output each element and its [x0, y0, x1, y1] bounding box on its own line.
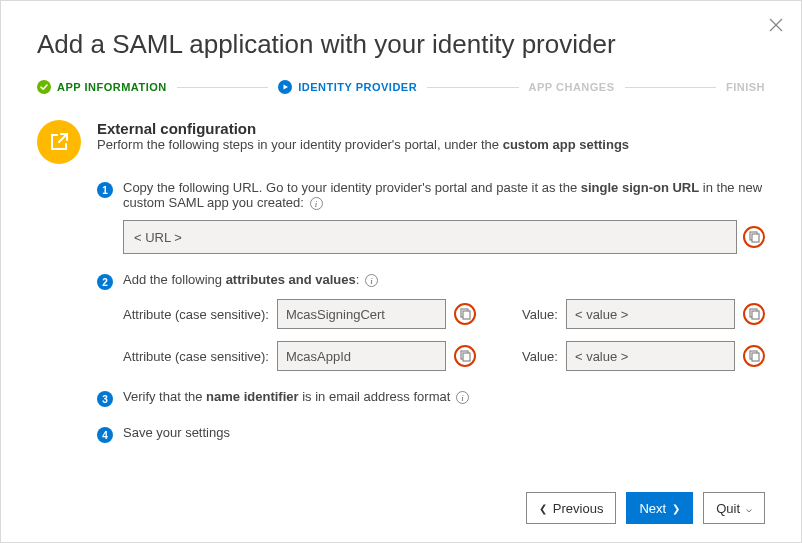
attributes-grid: Attribute (case sensitive): Value: Attri…: [123, 299, 765, 371]
step-app-changes: APP CHANGES: [529, 81, 615, 93]
chevron-down-icon: ⌵: [746, 503, 752, 514]
stepper-line: [625, 87, 716, 88]
value-label: Value:: [522, 307, 558, 322]
svg-rect-11: [752, 311, 759, 319]
step-app-information[interactable]: APP INFORMATION: [37, 80, 167, 94]
info-icon[interactable]: i: [456, 391, 469, 404]
copy-icon: [748, 350, 760, 362]
step-label: IDENTITY PROVIDER: [298, 81, 417, 93]
close-button[interactable]: [769, 15, 783, 35]
attribute-label: Attribute (case sensitive):: [123, 349, 269, 364]
section-heading: External configuration: [97, 120, 629, 137]
svg-line-5: [59, 134, 67, 142]
wizard-stepper: APP INFORMATION IDENTITY PROVIDER APP CH…: [37, 80, 765, 94]
step-identity-provider[interactable]: IDENTITY PROVIDER: [278, 80, 417, 94]
svg-rect-13: [463, 353, 470, 361]
step-number-badge: 2: [97, 274, 113, 290]
attribute-name-field[interactable]: [277, 341, 446, 371]
chevron-left-icon: ❮: [539, 503, 547, 514]
external-link-icon: [37, 120, 81, 164]
next-button[interactable]: Next ❯: [626, 492, 693, 524]
instruction-step-3: 3 Verify that the name identifier is in …: [97, 389, 765, 407]
external-config-header: External configuration Perform the follo…: [37, 120, 765, 164]
info-icon[interactable]: i: [365, 274, 378, 287]
copy-icon: [748, 308, 760, 320]
svg-rect-7: [752, 234, 759, 242]
stepper-line: [427, 87, 518, 88]
saml-wizard-dialog: Add a SAML application with your identit…: [0, 0, 802, 543]
step-label: APP INFORMATION: [57, 81, 167, 93]
attribute-value-field[interactable]: [566, 341, 735, 371]
previous-button[interactable]: ❮ Previous: [526, 492, 617, 524]
chevron-right-icon: ❯: [672, 503, 680, 514]
stepper-line: [177, 87, 268, 88]
copy-icon: [748, 231, 760, 243]
sso-url-field[interactable]: [123, 220, 737, 254]
play-circle-icon: [278, 80, 292, 94]
attribute-label: Attribute (case sensitive):: [123, 307, 269, 322]
copy-attribute-button[interactable]: [454, 303, 476, 325]
copy-icon: [459, 350, 471, 362]
info-icon[interactable]: i: [310, 197, 323, 210]
instruction-steps: 1 Copy the following URL. Go to your ide…: [37, 180, 765, 443]
copy-url-button[interactable]: [743, 226, 765, 248]
step-label: APP CHANGES: [529, 81, 615, 93]
value-label: Value:: [522, 349, 558, 364]
wizard-footer: ❮ Previous Next ❯ Quit ⌵: [526, 492, 765, 524]
attribute-name-field[interactable]: [277, 299, 446, 329]
svg-rect-15: [752, 353, 759, 361]
copy-icon: [459, 308, 471, 320]
svg-point-2: [37, 80, 51, 94]
copy-value-button[interactable]: [743, 345, 765, 367]
checkmark-icon: [37, 80, 51, 94]
step-number-badge: 1: [97, 182, 113, 198]
instruction-step-2: 2 Add the following attributes and value…: [97, 272, 765, 371]
step-finish: FINISH: [726, 81, 765, 93]
instruction-step-4: 4 Save your settings: [97, 425, 765, 443]
quit-button[interactable]: Quit ⌵: [703, 492, 765, 524]
dialog-title: Add a SAML application with your identit…: [37, 29, 765, 60]
copy-value-button[interactable]: [743, 303, 765, 325]
attribute-value-field[interactable]: [566, 299, 735, 329]
close-icon: [769, 18, 783, 32]
step-number-badge: 4: [97, 427, 113, 443]
step-label: FINISH: [726, 81, 765, 93]
svg-rect-9: [463, 311, 470, 319]
instruction-step-1: 1 Copy the following URL. Go to your ide…: [97, 180, 765, 254]
section-subtext: Perform the following steps in your iden…: [97, 137, 629, 152]
step-number-badge: 3: [97, 391, 113, 407]
copy-attribute-button[interactable]: [454, 345, 476, 367]
